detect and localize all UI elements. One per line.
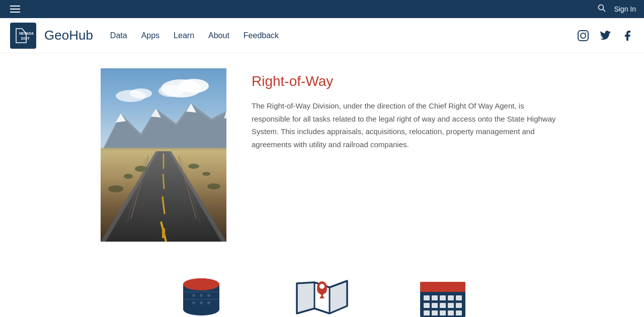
svg-point-46 <box>192 294 195 297</box>
hero-image <box>101 68 226 242</box>
instagram-icon[interactable] <box>577 29 590 42</box>
svg-rect-73 <box>440 310 446 315</box>
card-maps[interactable]: Maps & Apps <box>282 272 362 317</box>
svg-point-6 <box>581 33 586 38</box>
hamburger-menu[interactable] <box>8 4 22 15</box>
svg-rect-72 <box>432 310 438 315</box>
svg-rect-63 <box>440 295 446 300</box>
svg-rect-60 <box>420 287 465 292</box>
page-description: The Right-of-Way Division, under the dir… <box>252 99 564 151</box>
svg-point-31 <box>124 174 133 179</box>
svg-point-50 <box>200 301 203 304</box>
map-icon <box>292 272 352 317</box>
svg-point-34 <box>108 185 123 192</box>
svg-point-49 <box>192 301 195 304</box>
svg-point-7 <box>586 32 587 33</box>
svg-text:NEVADA: NEVADA <box>19 32 34 35</box>
signin-button[interactable]: Sign In <box>614 5 636 13</box>
calendar-icon <box>413 272 473 317</box>
svg-rect-67 <box>432 303 438 308</box>
svg-point-43 <box>183 278 219 290</box>
svg-point-35 <box>207 183 220 189</box>
svg-point-33 <box>202 172 210 176</box>
twitter-icon[interactable] <box>599 29 612 42</box>
cards-section: Data Maps <box>0 257 644 317</box>
svg-rect-66 <box>424 303 430 308</box>
nav-left: NEVADA DOT GeoHub Data Apps Learn About … <box>10 23 286 49</box>
search-button[interactable] <box>598 4 606 14</box>
social-links <box>577 29 634 42</box>
svg-rect-21 <box>101 148 226 151</box>
nav-links: Data Apps Learn About Feedback <box>103 31 286 40</box>
svg-rect-74 <box>448 310 454 315</box>
data-icon <box>171 272 231 317</box>
nav-link-feedback[interactable]: Feedback <box>236 31 286 40</box>
main-nav: NEVADA DOT GeoHub Data Apps Learn About … <box>0 18 644 53</box>
top-bar: Sign In <box>0 0 644 18</box>
svg-text:DOT: DOT <box>21 36 30 41</box>
svg-point-0 <box>599 5 604 10</box>
svg-rect-65 <box>456 295 462 300</box>
nav-link-apps[interactable]: Apps <box>134 31 167 40</box>
logo-box: NEVADA DOT <box>10 23 36 49</box>
svg-rect-2 <box>12 25 34 47</box>
svg-point-32 <box>188 164 199 169</box>
svg-rect-61 <box>424 295 430 300</box>
svg-point-47 <box>200 294 203 297</box>
svg-line-1 <box>603 10 606 12</box>
svg-rect-70 <box>456 303 462 308</box>
page-title: Right-of-Way <box>252 73 624 89</box>
svg-point-48 <box>207 301 210 304</box>
nav-link-about[interactable]: About <box>201 31 236 40</box>
content-area: Right-of-Way The Right-of-Way Division, … <box>0 53 644 257</box>
text-area: Right-of-Way The Right-of-Way Division, … <box>252 68 624 151</box>
top-bar-left <box>8 4 22 15</box>
svg-rect-69 <box>448 303 454 308</box>
nav-link-learn[interactable]: Learn <box>167 31 201 40</box>
card-data[interactable]: Data <box>161 272 242 317</box>
card-initiatives[interactable]: Initiatives <box>403 272 483 317</box>
svg-point-11 <box>158 85 184 97</box>
svg-point-51 <box>207 294 210 297</box>
svg-rect-68 <box>440 303 446 308</box>
svg-rect-5 <box>578 31 588 41</box>
svg-rect-75 <box>456 310 462 315</box>
svg-point-13 <box>130 88 152 98</box>
facebook-icon[interactable] <box>621 29 634 42</box>
top-bar-right: Sign In <box>598 4 636 14</box>
svg-point-57 <box>319 284 325 289</box>
logo[interactable]: NEVADA DOT <box>10 23 36 49</box>
svg-rect-29 <box>162 228 165 238</box>
svg-rect-64 <box>448 295 454 300</box>
svg-rect-62 <box>432 295 438 300</box>
svg-rect-71 <box>424 310 430 315</box>
svg-point-42 <box>183 303 219 315</box>
geohub-title[interactable]: GeoHub <box>44 28 93 43</box>
nav-link-data[interactable]: Data <box>103 31 134 40</box>
